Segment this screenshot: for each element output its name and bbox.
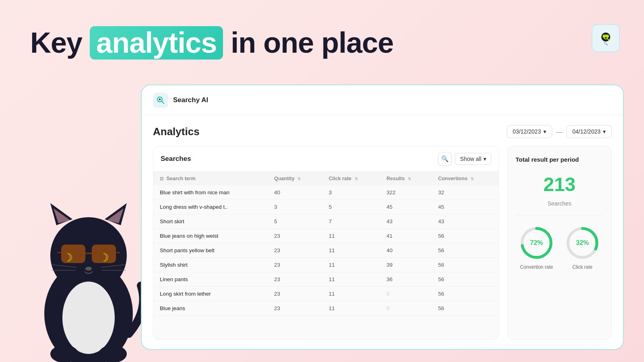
table-row: Blue jeans on high weist 23 11 41 56 <box>153 229 499 243</box>
table-row: Blue jeans 23 11 0 56 <box>153 301 499 316</box>
analytics-title: Analytics <box>153 125 200 138</box>
cell-conversions: 56 <box>431 287 499 301</box>
cell-results: 41 <box>380 229 431 243</box>
cell-conversions: 32 <box>431 185 499 200</box>
sort-icon-results: ⇅ <box>408 177 411 181</box>
searches-tbody: Blue shirt with from nice man 40 3 322 3… <box>153 185 499 316</box>
col-conversions[interactable]: Convertions ⇅ <box>431 172 499 185</box>
cell-conversions: 56 <box>431 258 499 272</box>
svg-point-29 <box>159 99 161 100</box>
chevron-down-icon-2: ▾ <box>603 128 606 135</box>
chevron-down-icon: ▾ <box>543 128 546 135</box>
cell-click-rate: 11 <box>322 287 380 301</box>
cell-term: Short pants yellow belt <box>153 243 268 258</box>
cell-term: Linen pants <box>153 272 268 287</box>
cell-conversions: 56 <box>431 301 499 316</box>
table-row: Long dress with v-shaped t.. 3 5 45 45 <box>153 200 499 214</box>
cell-conversions: 56 <box>431 229 499 243</box>
show-all-button[interactable]: Show all ▾ <box>455 153 491 165</box>
cell-results: 322 <box>380 185 431 200</box>
cell-term: Short skirt <box>153 214 268 229</box>
cell-results: 0 <box>380 287 431 301</box>
svg-point-26 <box>99 345 127 362</box>
col-quantity[interactable]: Quantity ⇅ <box>268 172 322 185</box>
cell-results: 0 <box>380 301 431 316</box>
hero-title-after: in one place <box>231 27 393 59</box>
cell-quantity: 23 <box>268 287 322 301</box>
svg-point-25 <box>50 345 78 362</box>
cell-results: 45 <box>380 200 431 214</box>
date-separator: — <box>556 128 562 135</box>
table-row: Linen pants 23 11 36 56 <box>153 272 499 287</box>
cell-results: 39 <box>380 258 431 272</box>
sort-icon-quantity: ⇅ <box>297 177 301 181</box>
date-from-value: 03/12/2023 <box>513 128 541 135</box>
table-row: Blue shirt with from nice man 40 3 322 3… <box>153 185 499 200</box>
cell-term: Blue shirt with from nice man <box>153 185 268 200</box>
date-to-value: 04/12/2023 <box>572 128 601 135</box>
cell-quantity: 5 <box>268 214 322 229</box>
show-all-label: Show all <box>460 156 481 162</box>
cell-quantity: 23 <box>268 258 322 272</box>
cell-quantity: 40 <box>268 185 322 200</box>
table-header-row: ⊡ Search term Quantity ⇅ Click rate ⇅ <box>153 172 499 185</box>
app-name: Searchy AI <box>173 96 208 104</box>
cell-term: Blue jeans on high weist <box>153 229 268 243</box>
date-to-button[interactable]: 04/12/2023 ▾ <box>566 125 612 138</box>
searches-panel: Searches 🔍 Show all ▾ <box>153 146 499 339</box>
main-card: Searchy AI Analytics 03/12/2023 ▾ — 04/1… <box>141 84 624 350</box>
cell-term: Blue jeans <box>153 301 268 316</box>
cell-conversions: 43 <box>431 214 499 229</box>
click-rate-text: 32% <box>576 239 589 247</box>
cell-conversions: 56 <box>431 243 499 258</box>
app-logo-icon: 🔍 <box>598 31 613 46</box>
gauges-row: 72% Convertion rate 32% Cl <box>516 225 603 270</box>
top-right-app-icon[interactable]: 🔍 <box>592 24 620 52</box>
conversion-rate-gauge: 72% Convertion rate <box>518 225 555 270</box>
click-rate-label: Click rate <box>572 264 592 270</box>
table-row: Long skirt from lether 23 11 0 56 <box>153 287 499 301</box>
cell-quantity: 23 <box>268 272 322 287</box>
app-logo <box>153 93 168 108</box>
cell-term: Long skirt from lether <box>153 287 268 301</box>
stats-number: 213 <box>516 173 603 195</box>
content-row: Searches 🔍 Show all ▾ <box>153 146 612 339</box>
cell-results: 40 <box>380 243 431 258</box>
searches-label: Searches <box>161 155 191 163</box>
sort-icon-click-rate: ⇅ <box>355 177 358 181</box>
cell-results: 36 <box>380 272 431 287</box>
conversion-rate-label: Convertion rate <box>520 264 553 270</box>
table-row: Short pants yellow belt 23 11 40 56 <box>153 243 499 258</box>
cell-term: Long dress with v-shaped t.. <box>153 200 268 214</box>
cell-term: Stylish shirt <box>153 258 268 272</box>
cell-conversions: 45 <box>431 200 499 214</box>
click-rate-circle: 32% <box>564 225 601 261</box>
stats-panel: Total result per period 213 Searches 72% <box>507 146 612 339</box>
col-click-rate[interactable]: Click rate ⇅ <box>322 172 380 185</box>
cat-illustration: ☽ ☽ <box>24 181 153 362</box>
searches-table: ⊡ Search term Quantity ⇅ Click rate ⇅ <box>153 172 499 316</box>
cell-quantity: 23 <box>268 229 322 243</box>
date-range: 03/12/2023 ▾ — 04/12/2023 ▾ <box>507 125 612 138</box>
hero-title-before: Key <box>30 27 82 59</box>
cell-click-rate: 3 <box>322 185 380 200</box>
cell-results: 43 <box>380 214 431 229</box>
hero-title: Key analytics in one place <box>30 26 393 60</box>
chevron-down-icon-3: ▾ <box>483 156 486 162</box>
cell-conversions: 56 <box>431 272 499 287</box>
date-from-button[interactable]: 03/12/2023 ▾ <box>507 125 552 138</box>
cell-click-rate: 11 <box>322 258 380 272</box>
search-button[interactable]: 🔍 <box>438 152 452 166</box>
cell-click-rate: 11 <box>322 229 380 243</box>
stats-title: Total result per period <box>516 155 603 164</box>
svg-text:🔍: 🔍 <box>604 41 608 45</box>
stats-divider <box>516 215 603 215</box>
analytics-header: Analytics 03/12/2023 ▾ — 04/12/2023 ▾ <box>153 125 612 138</box>
searches-top: Searches 🔍 Show all ▾ <box>153 146 499 172</box>
filter-icon: ⊡ <box>160 176 163 181</box>
searches-controls: 🔍 Show all ▾ <box>438 152 491 166</box>
cell-click-rate: 7 <box>322 214 380 229</box>
col-term: ⊡ Search term <box>153 172 268 185</box>
cell-quantity: 3 <box>268 200 322 214</box>
col-results[interactable]: Results ⇅ <box>380 172 431 185</box>
